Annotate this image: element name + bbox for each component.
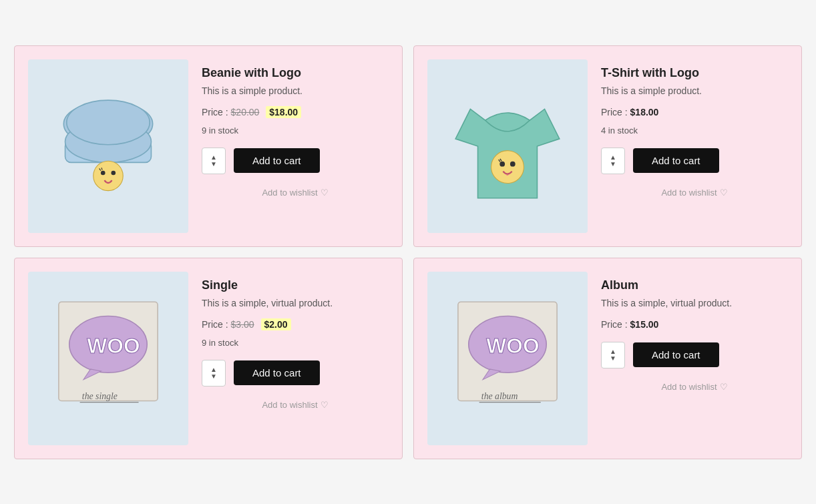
heart-icon: ♡ bbox=[321, 188, 329, 198]
svg-text:the album: the album bbox=[481, 391, 518, 401]
add-to-wishlist-link[interactable]: Add to wishlist ♡ bbox=[202, 188, 389, 198]
svg-point-6 bbox=[111, 170, 116, 175]
qty-up-icon[interactable]: ▲ bbox=[210, 366, 217, 373]
cart-row: ▲ ▼ Add to cart bbox=[601, 148, 788, 174]
qty-down-icon[interactable]: ▼ bbox=[210, 161, 217, 168]
sale-price: $18.00 bbox=[266, 106, 301, 118]
qty-down-icon[interactable]: ▼ bbox=[210, 373, 217, 380]
price-label: Price : bbox=[202, 319, 231, 330]
stock-info: 9 in stock bbox=[202, 125, 389, 136]
product-card-single: WOO the single Single This is a simple, … bbox=[14, 258, 403, 459]
product-name: Beanie with Logo bbox=[202, 66, 389, 80]
wishlist-row: Add to wishlist ♡ bbox=[202, 400, 389, 410]
qty-up-icon[interactable]: ▲ bbox=[610, 154, 616, 161]
wishlist-label: Add to wishlist bbox=[661, 382, 717, 392]
product-description: This is a simple, virtual product. bbox=[601, 298, 788, 308]
add-to-wishlist-link[interactable]: Add to wishlist ♡ bbox=[601, 188, 788, 198]
regular-price: $15.00 bbox=[630, 319, 659, 330]
cart-row: ▲ ▼ Add to cart bbox=[601, 342, 788, 368]
add-to-cart-button[interactable]: Add to cart bbox=[234, 360, 320, 385]
price-label: Price : bbox=[601, 319, 630, 330]
product-description: This is a simple, virtual product. bbox=[202, 298, 389, 308]
add-to-wishlist-link[interactable]: Add to wishlist ♡ bbox=[202, 400, 389, 410]
product-name: Single bbox=[202, 278, 389, 292]
cart-row: ▲ ▼ Add to cart bbox=[202, 360, 389, 387]
wishlist-row: Add to wishlist ♡ bbox=[601, 188, 788, 198]
quantity-spinner[interactable]: ▲ ▼ bbox=[202, 360, 226, 387]
product-name: Album bbox=[601, 278, 788, 292]
wishlist-row: Add to wishlist ♡ bbox=[202, 188, 389, 198]
product-info-tshirt-with-logo: T-Shirt with Logo This is a simple produ… bbox=[601, 59, 788, 233]
heart-icon: ♡ bbox=[321, 400, 329, 410]
wishlist-label: Add to wishlist bbox=[262, 400, 317, 410]
qty-up-icon[interactable]: ▲ bbox=[210, 154, 217, 161]
svg-point-9 bbox=[491, 150, 524, 183]
product-price: Price : $3.00 $2.00 bbox=[202, 319, 389, 330]
svg-text:WOO: WOO bbox=[87, 333, 140, 357]
qty-down-icon[interactable]: ▼ bbox=[610, 355, 616, 362]
svg-text:WOO: WOO bbox=[486, 333, 539, 357]
stock-info: 9 in stock bbox=[202, 338, 389, 348]
product-info-album: Album This is a simple, virtual product.… bbox=[601, 272, 788, 445]
add-to-cart-button[interactable]: Add to cart bbox=[633, 342, 719, 367]
product-card-beanie-with-logo: Beanie with Logo This is a simple produc… bbox=[14, 45, 403, 247]
product-image-single: WOO the single bbox=[28, 272, 188, 445]
wishlist-label: Add to wishlist bbox=[262, 188, 317, 198]
add-to-cart-button[interactable]: Add to cart bbox=[234, 148, 320, 173]
qty-down-icon[interactable]: ▼ bbox=[610, 161, 616, 168]
product-image-album: WOO the album bbox=[427, 272, 588, 445]
product-name: T-Shirt with Logo bbox=[601, 66, 788, 80]
product-price: Price : $18.00 bbox=[601, 107, 788, 117]
price-label: Price : bbox=[202, 107, 231, 117]
quantity-spinner[interactable]: ▲ ▼ bbox=[202, 148, 226, 174]
original-price: $3.00 bbox=[231, 319, 254, 330]
product-image-beanie-with-logo bbox=[28, 59, 188, 233]
svg-point-3 bbox=[67, 100, 150, 145]
wishlist-row: Add to wishlist ♡ bbox=[601, 382, 788, 392]
svg-point-10 bbox=[499, 161, 505, 166]
heart-icon: ♡ bbox=[720, 382, 728, 392]
quantity-spinner[interactable]: ▲ ▼ bbox=[601, 342, 625, 368]
cart-row: ▲ ▼ Add to cart bbox=[202, 148, 389, 174]
qty-up-icon[interactable]: ▲ bbox=[610, 348, 616, 355]
add-to-wishlist-link[interactable]: Add to wishlist ♡ bbox=[601, 382, 788, 392]
regular-price: $18.00 bbox=[630, 107, 659, 117]
product-description: This is a simple product. bbox=[202, 85, 389, 96]
product-price: Price : $15.00 bbox=[601, 319, 788, 330]
product-price: Price : $20.00 $18.00 bbox=[202, 107, 389, 117]
product-info-beanie-with-logo: Beanie with Logo This is a simple produc… bbox=[202, 59, 389, 233]
original-price: $20.00 bbox=[231, 107, 260, 117]
svg-point-5 bbox=[101, 170, 106, 175]
product-description: This is a simple product. bbox=[601, 85, 788, 96]
wishlist-label: Add to wishlist bbox=[661, 188, 717, 198]
product-card-album: WOO the album Album This is a simple, vi… bbox=[413, 258, 802, 459]
product-image-tshirt-with-logo bbox=[427, 59, 588, 233]
product-info-single: Single This is a simple, virtual product… bbox=[202, 272, 389, 445]
sale-price: $2.00 bbox=[261, 318, 291, 330]
add-to-cart-button[interactable]: Add to cart bbox=[633, 148, 719, 173]
svg-point-4 bbox=[93, 161, 123, 190]
quantity-spinner[interactable]: ▲ ▼ bbox=[601, 148, 625, 174]
price-label: Price : bbox=[601, 107, 630, 117]
heart-icon: ♡ bbox=[720, 188, 728, 198]
svg-text:the single: the single bbox=[82, 391, 118, 401]
product-card-tshirt-with-logo: T-Shirt with Logo This is a simple produ… bbox=[413, 45, 802, 247]
svg-point-11 bbox=[510, 161, 516, 166]
product-grid: Beanie with Logo This is a simple produc… bbox=[14, 45, 802, 459]
stock-info: 4 in stock bbox=[601, 125, 788, 136]
